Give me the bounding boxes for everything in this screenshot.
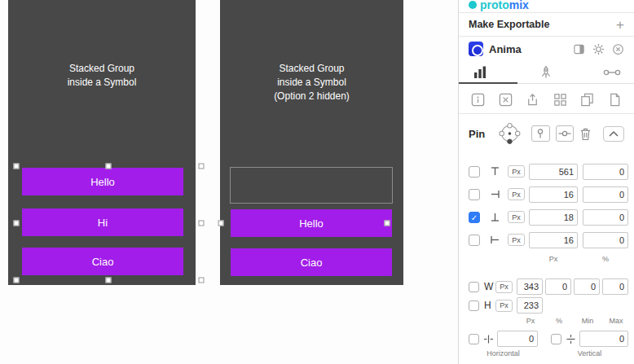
title-line: inside a Symbol [220, 76, 403, 90]
pin-row-right: Px [459, 186, 634, 203]
artboard-left[interactable]: Stacked Group inside a Symbol Hello Hi C… [8, 0, 196, 285]
pin-vertical-center-button[interactable] [531, 125, 549, 142]
title-line: Stacked Group [220, 62, 403, 76]
vertical-align-checkbox[interactable] [551, 334, 561, 344]
pin-left-icon [488, 235, 501, 245]
tab-layout[interactable] [472, 65, 488, 80]
pin-row-left: Px [459, 231, 634, 248]
selection-handle[interactable] [218, 221, 224, 226]
pin-right-percent-input[interactable] [583, 186, 628, 203]
pin-top-icon [488, 166, 501, 177]
panel-toggle-button[interactable] [573, 43, 585, 55]
selection-handle[interactable] [385, 221, 390, 226]
pin-right-unit-button[interactable]: Px [508, 188, 525, 200]
ciao-button[interactable]: Ciao [231, 248, 392, 276]
selection-handle[interactable] [106, 164, 112, 169]
collapse-section-button[interactable] [603, 126, 624, 142]
width-min-input[interactable] [574, 278, 600, 295]
pin-bottom-checkbox[interactable] [469, 212, 480, 223]
add-exportable-button[interactable]: + [616, 18, 624, 32]
width-checkbox[interactable] [469, 282, 479, 292]
selection-handle[interactable] [199, 221, 205, 226]
vertical-offset-input[interactable] [579, 331, 628, 347]
hello-button[interactable]: Hello [22, 168, 183, 195]
canvas[interactable]: Stacked Group inside a Symbol Hello Hi C… [0, 0, 458, 364]
trash-icon [579, 127, 592, 141]
settings-button[interactable] [592, 43, 605, 55]
grid-action-button[interactable] [553, 92, 568, 107]
height-checkbox[interactable] [469, 300, 479, 311]
height-unit-button[interactable]: Px [495, 300, 513, 312]
gear-icon [592, 43, 605, 55]
horizontal-label: Horizontal [469, 349, 538, 357]
pin-bottom-percent-input[interactable] [583, 209, 628, 226]
pin-left-checkbox[interactable] [469, 235, 480, 246]
alignment-row [459, 331, 634, 347]
pin-right-checkbox[interactable] [469, 189, 480, 200]
hi-button[interactable]: Hi [22, 208, 183, 236]
info-box-icon [470, 92, 486, 107]
inspector-panel: proto mix Make Exportable + Anima [458, 0, 634, 364]
pin-bottom-value-input[interactable] [529, 209, 578, 226]
width-px-input[interactable] [517, 278, 543, 295]
max-column-label: Max [603, 317, 629, 325]
document-icon [607, 92, 623, 107]
tab-links[interactable] [603, 66, 621, 79]
horizontal-align-checkbox[interactable] [469, 334, 479, 344]
pin-horizontal-center-button[interactable] [556, 125, 574, 142]
split-square-icon [573, 43, 585, 55]
pin-left-percent-input[interactable] [583, 232, 628, 248]
share-icon [525, 92, 540, 107]
width-unit-button[interactable]: Px [495, 281, 513, 293]
pin-top-percent-input[interactable] [583, 164, 628, 180]
width-row: W Px [459, 278, 634, 295]
layout-actions [459, 86, 634, 112]
divider [459, 113, 634, 114]
alignment-labels: Horizontal Vertical [459, 349, 634, 359]
width-max-input[interactable] [602, 278, 628, 295]
anima-section-header: Anima [459, 37, 634, 61]
selection-handle[interactable] [14, 221, 20, 226]
width-label: W [484, 281, 492, 292]
px-column-label: Px [529, 255, 578, 263]
pin-v-center-icon [534, 128, 547, 139]
selection-handle[interactable] [199, 278, 205, 283]
pin-top-value-input[interactable] [529, 164, 578, 180]
dismiss-button[interactable] [612, 43, 624, 55]
app-window: Stacked Group inside a Symbol Hello Hi C… [0, 0, 634, 364]
selection-handle[interactable] [14, 164, 20, 169]
rocket-icon [538, 64, 554, 81]
grid-icon [553, 92, 568, 107]
title-line: inside a Symbol [8, 76, 196, 90]
duplicate-action-button[interactable] [579, 92, 595, 107]
remove-action-button[interactable] [498, 92, 513, 107]
pin-top-unit-button[interactable]: Px [508, 165, 525, 178]
ciao-button[interactable]: Ciao [22, 248, 183, 275]
percent-column-label: % [583, 255, 628, 263]
active-tab-indicator [459, 82, 517, 84]
export-action-button[interactable] [525, 92, 540, 107]
delete-pins-button[interactable] [579, 127, 592, 141]
page-action-button[interactable] [607, 92, 623, 107]
hello-button[interactable]: Hello [231, 209, 392, 237]
selection-handle[interactable] [14, 278, 20, 283]
pin-top-checkbox[interactable] [469, 166, 480, 178]
pin-h-center-icon [557, 128, 572, 139]
pin-right-value-input[interactable] [529, 186, 578, 203]
width-pct-input[interactable] [545, 278, 571, 295]
horizontal-offset-input[interactable] [497, 331, 538, 347]
height-label: H [484, 300, 492, 311]
selection-handle[interactable] [106, 278, 112, 283]
horizontal-center-icon [482, 334, 494, 344]
tab-launchpad[interactable] [538, 64, 554, 81]
percent-column-label: % [546, 317, 572, 325]
height-px-input[interactable] [517, 297, 543, 314]
pin-left-value-input[interactable] [529, 232, 578, 248]
pin-diagram-icon[interactable] [494, 120, 526, 147]
pin-left-unit-button[interactable]: Px [508, 234, 525, 246]
artboard-right[interactable]: Stacked Group inside a Symbol (Option 2 … [220, 0, 403, 285]
pin-bottom-unit-button[interactable]: Px [508, 211, 525, 223]
info-action-button[interactable] [470, 92, 486, 107]
selection-handle[interactable] [199, 164, 205, 169]
logo-text: proto [480, 0, 509, 11]
